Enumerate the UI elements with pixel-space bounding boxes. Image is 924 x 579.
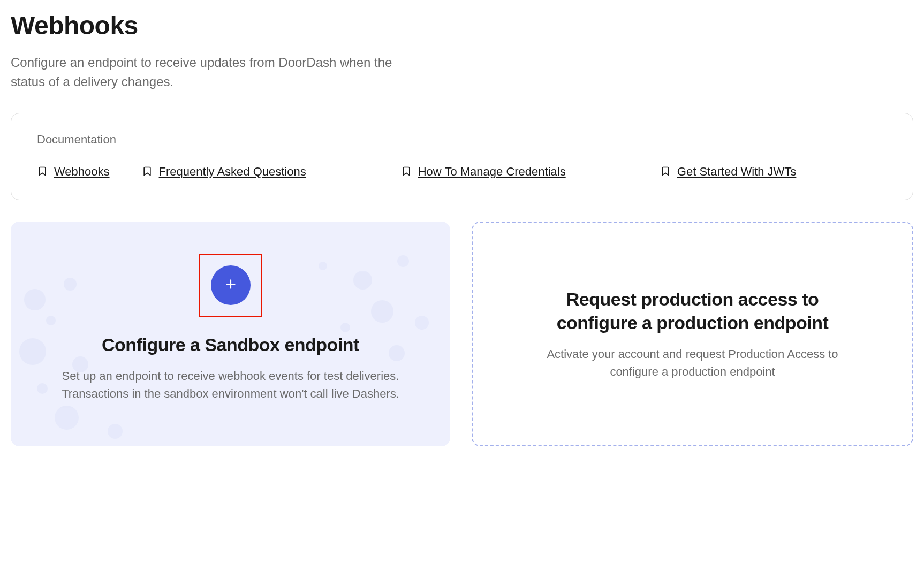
sandbox-card[interactable]: Configure a Sandbox endpoint Set up an e… xyxy=(11,222,450,446)
action-cards-row: Configure a Sandbox endpoint Set up an e… xyxy=(11,222,913,446)
documentation-card: Documentation Webhooks Frequently Asked … xyxy=(11,113,913,200)
doc-link-faq[interactable]: Frequently Asked Questions xyxy=(159,164,306,180)
bookmark-icon xyxy=(660,164,671,180)
bookmark-icon xyxy=(401,164,412,180)
doc-link-jwts[interactable]: Get Started With JWTs xyxy=(677,164,797,180)
page-title: Webhooks xyxy=(11,11,913,40)
add-sandbox-endpoint-button[interactable] xyxy=(211,265,251,305)
doc-link-item-credentials: How To Manage Credentials xyxy=(401,164,628,180)
bookmark-icon xyxy=(37,164,48,180)
doc-link-webhooks[interactable]: Webhooks xyxy=(54,164,110,180)
doc-link-item-faq: Frequently Asked Questions xyxy=(142,164,369,180)
doc-link-item-webhooks: Webhooks xyxy=(37,164,110,180)
doc-link-item-jwts: Get Started With JWTs xyxy=(660,164,887,180)
production-card[interactable]: Request production access to configure a… xyxy=(472,222,913,446)
page-subtitle: Configure an endpoint to receive updates… xyxy=(11,53,407,92)
sandbox-card-title: Configure a Sandbox endpoint xyxy=(102,333,359,356)
production-card-description: Activate your account and request Produc… xyxy=(521,345,864,380)
documentation-links-row: Webhooks Frequently Asked Questions How … xyxy=(37,164,887,180)
plus-button-highlight-box xyxy=(199,254,262,317)
plus-icon xyxy=(224,277,238,293)
sandbox-card-description: Set up an endpoint to receive webhook ev… xyxy=(59,367,402,402)
production-card-title: Request production access to configure a… xyxy=(537,287,848,334)
documentation-section-title: Documentation xyxy=(37,133,887,147)
bookmark-icon xyxy=(142,164,153,180)
doc-link-credentials[interactable]: How To Manage Credentials xyxy=(418,164,566,180)
